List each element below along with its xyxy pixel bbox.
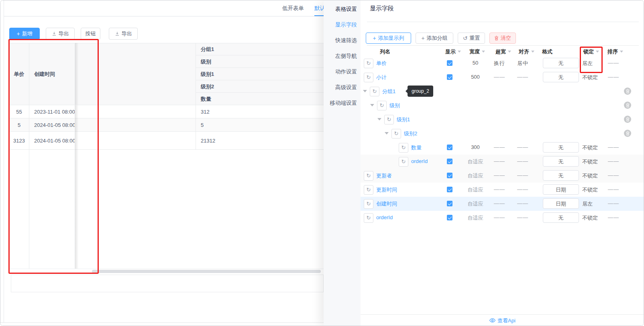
field-name-link[interactable]: 小计 xyxy=(376,74,387,81)
swap-field-button[interactable]: ↻ xyxy=(364,73,373,82)
group-header-label: 级别2 xyxy=(201,83,214,90)
swap-field-button[interactable]: ↻ xyxy=(384,115,394,124)
chevron-down-icon xyxy=(482,51,485,53)
delete-group-button[interactable] xyxy=(624,116,631,123)
grid-header-label: 显示 xyxy=(445,49,456,55)
field-name-link[interactable]: 级别 xyxy=(389,102,400,109)
delete-group-button[interactable] xyxy=(624,88,631,95)
field-name-link[interactable]: 单价 xyxy=(376,60,387,67)
expand-chevron-icon[interactable] xyxy=(363,90,367,92)
field-name-link[interactable]: orderId xyxy=(411,158,428,164)
toolbar-button-export-1[interactable]: 导出 xyxy=(46,28,75,40)
grid-header-2[interactable]: 显示 xyxy=(445,48,461,55)
format-select[interactable]: 无 xyxy=(543,58,579,68)
field-row-级别2: ↻级别2 xyxy=(361,126,644,141)
add-display-column-button[interactable]: +添加显示列 xyxy=(366,33,411,44)
view-api-link[interactable]: 查看Api xyxy=(489,317,516,324)
grid-header-4[interactable]: 超宽 xyxy=(495,48,511,55)
swap-field-button[interactable]: ↻ xyxy=(364,185,373,195)
delete-group-button[interactable] xyxy=(624,102,631,109)
action-button-label: 添加分组 xyxy=(427,35,448,42)
field-row-创建时间: ↻创建时间自适应————日期居左—— xyxy=(361,197,644,211)
format-select[interactable]: 无 xyxy=(543,72,579,82)
grid-header-8[interactable]: 排序 xyxy=(607,48,623,55)
reset-button[interactable]: ↺重置 xyxy=(458,33,485,44)
delete-group-button[interactable] xyxy=(624,130,631,137)
visible-checkbox[interactable] xyxy=(447,215,452,220)
toolbar-button-label: 新增 xyxy=(22,30,33,37)
field-row-数量: ↻数量300————无不锁定—— xyxy=(361,141,644,155)
field-name-link[interactable]: 级别2 xyxy=(404,130,417,137)
visible-checkbox[interactable] xyxy=(447,159,452,164)
swap-field-button[interactable]: ↻ xyxy=(364,213,373,223)
grid-header-5[interactable]: 对齐 xyxy=(519,48,534,55)
grid-top-border xyxy=(367,45,639,46)
cell-price: 5 xyxy=(9,118,29,132)
table-row[interactable]: 552023-11-01 08:00312 xyxy=(9,105,324,118)
expand-chevron-icon[interactable] xyxy=(377,118,381,120)
sidebar-item-1[interactable]: 显示字段 xyxy=(324,21,357,29)
grid-header-7[interactable]: 锁定 xyxy=(583,48,599,55)
sidebar-item-4[interactable]: 动作设置 xyxy=(324,68,357,75)
table-row[interactable]: 31232024-01-05 08:0021312 xyxy=(9,132,324,150)
sort-value: —— xyxy=(602,186,625,192)
toolbar-button-add[interactable]: +新增 xyxy=(9,28,40,40)
field-name-link[interactable]: 更新者 xyxy=(376,172,392,179)
sidebar-item-5[interactable]: 高级设置 xyxy=(324,84,357,91)
group-header-cell xyxy=(196,80,324,93)
format-select[interactable]: 无 xyxy=(543,142,579,153)
swap-field-button[interactable]: ↻ xyxy=(399,143,408,153)
tab-form[interactable]: 低开表单 xyxy=(282,5,306,13)
overflow-value: 换行 xyxy=(488,60,511,67)
view-api-label: 查看Api xyxy=(497,317,516,324)
format-select[interactable]: 无 xyxy=(543,156,579,167)
tooltip-text: group_2 xyxy=(412,88,429,94)
swap-field-button[interactable]: ↻ xyxy=(364,171,373,181)
visible-checkbox[interactable] xyxy=(447,145,452,150)
swap-field-button[interactable]: ↻ xyxy=(399,157,408,167)
grid-header-label: 对齐 xyxy=(519,49,529,55)
width-value: 自适应 xyxy=(462,214,489,222)
tab-default[interactable]: 默认 xyxy=(314,5,324,13)
trash-icon xyxy=(626,89,630,94)
align-value: —— xyxy=(512,186,534,192)
format-select[interactable]: 无 xyxy=(543,170,579,181)
sidebar-item-2[interactable]: 快速筛选 xyxy=(324,37,357,44)
visible-checkbox[interactable] xyxy=(447,60,452,66)
visible-checkbox[interactable] xyxy=(447,187,452,192)
field-name-link[interactable]: 分组1 xyxy=(382,88,395,95)
toolbar-button-button[interactable]: 按钮 xyxy=(81,28,100,40)
format-select[interactable]: 日期 xyxy=(543,184,579,195)
field-name-link[interactable]: 级别1 xyxy=(397,116,410,123)
clear-button[interactable]: 清空 xyxy=(489,33,516,44)
field-name-link[interactable]: 数量 xyxy=(411,144,422,151)
swap-field-button[interactable]: ↻ xyxy=(364,199,373,209)
swap-field-button[interactable]: ↻ xyxy=(370,87,379,96)
swap-field-button[interactable]: ↻ xyxy=(377,101,387,110)
expand-chevron-icon[interactable] xyxy=(385,132,389,134)
grid-header-3[interactable]: 宽度 xyxy=(469,48,485,55)
toolbar-button-export-3[interactable]: 导出 xyxy=(109,28,138,40)
swap-field-button[interactable]: ↻ xyxy=(364,59,373,68)
visible-checkbox[interactable] xyxy=(447,201,452,206)
swap-field-button[interactable]: ↻ xyxy=(391,129,401,139)
lock-value: 不锁定 xyxy=(582,74,598,81)
sort-value: —— xyxy=(602,144,625,150)
horizontal-scrollbar[interactable] xyxy=(92,270,321,273)
field-name-link[interactable]: 更新时间 xyxy=(376,186,397,194)
table-row[interactable]: 52024-01-05 08:005 xyxy=(9,118,324,132)
field-row-orderId: ↻orderId自适应————无不锁定—— xyxy=(361,211,644,225)
format-select[interactable]: 无 xyxy=(543,212,579,223)
format-select[interactable]: 日期 xyxy=(543,198,579,209)
field-name-link[interactable]: orderId xyxy=(376,214,393,220)
sidebar-item-6[interactable]: 移动端设置 xyxy=(324,100,357,107)
field-name-link[interactable]: 创建时间 xyxy=(376,200,397,208)
expand-chevron-icon[interactable] xyxy=(370,104,374,106)
visible-checkbox[interactable] xyxy=(447,74,452,80)
sidebar-item-3[interactable]: 左侧导航 xyxy=(324,53,357,60)
visible-checkbox[interactable] xyxy=(447,173,452,178)
add-group-button[interactable]: +添加分组 xyxy=(416,33,453,44)
lock-value: 居左 xyxy=(582,60,593,67)
grid-header-6: 格式 xyxy=(542,48,552,55)
action-button-label: 添加显示列 xyxy=(378,35,404,42)
